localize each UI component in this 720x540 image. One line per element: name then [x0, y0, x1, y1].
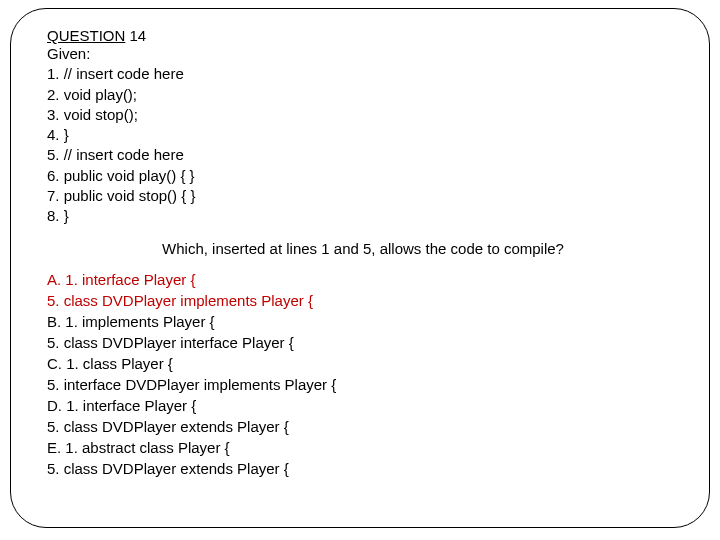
answer-e-line1: E. 1. abstract class Player { [47, 437, 679, 458]
code-line: 2. void play(); [47, 85, 679, 105]
answer-b-line1: B. 1. implements Player { [47, 311, 679, 332]
question-label: QUESTION [47, 27, 125, 44]
question-number: 14 [130, 27, 147, 44]
code-line: 4. } [47, 125, 679, 145]
code-line: 3. void stop(); [47, 105, 679, 125]
answer-b-line2: 5. class DVDPlayer interface Player { [47, 332, 679, 353]
question-heading: QUESTION 14 [47, 27, 679, 44]
given-block: Given: 1. // insert code here 2. void pl… [47, 44, 679, 226]
answer-c-line1: C. 1. class Player { [47, 353, 679, 374]
given-label: Given: [47, 44, 679, 64]
answer-e-line2: 5. class DVDPlayer extends Player { [47, 458, 679, 479]
answer-c-line2: 5. interface DVDPlayer implements Player… [47, 374, 679, 395]
answer-a-line2: 5. class DVDPlayer implements Player { [47, 290, 679, 311]
code-line: 8. } [47, 206, 679, 226]
answer-d-line2: 5. class DVDPlayer extends Player { [47, 416, 679, 437]
code-line: 6. public void play() { } [47, 166, 679, 186]
code-line: 5. // insert code here [47, 145, 679, 165]
answers-block: A. 1. interface Player { 5. class DVDPla… [47, 269, 679, 479]
answer-a-line1: A. 1. interface Player { [47, 269, 679, 290]
question-prompt: Which, inserted at lines 1 and 5, allows… [47, 240, 679, 257]
slide-frame: QUESTION 14 Given: 1. // insert code her… [10, 8, 710, 528]
code-line: 1. // insert code here [47, 64, 679, 84]
code-line: 7. public void stop() { } [47, 186, 679, 206]
answer-d-line1: D. 1. interface Player { [47, 395, 679, 416]
